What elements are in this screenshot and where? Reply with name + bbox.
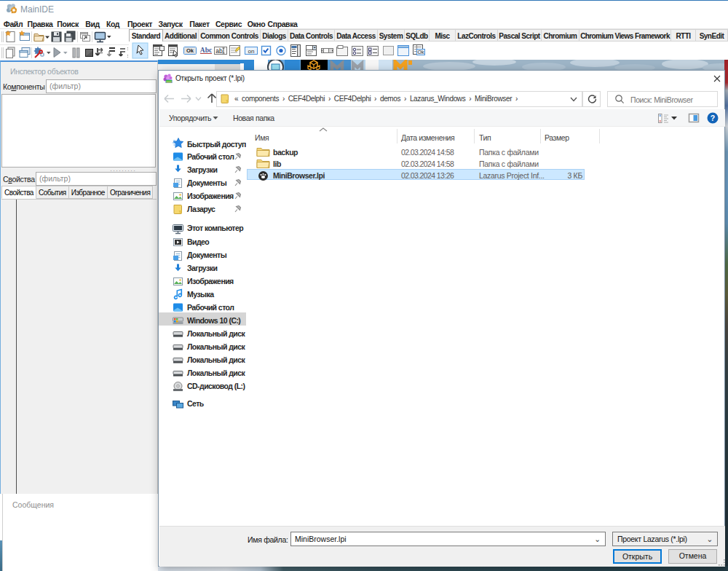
svg-text:Abc: Abc (200, 47, 212, 54)
svg-text:Ok: Ok (186, 47, 194, 54)
svg-text:ab: ab (215, 47, 223, 55)
svg-text:?: ? (711, 114, 715, 122)
svg-text:on: on (248, 48, 255, 55)
svg-text:Ok: Ok (418, 50, 424, 55)
